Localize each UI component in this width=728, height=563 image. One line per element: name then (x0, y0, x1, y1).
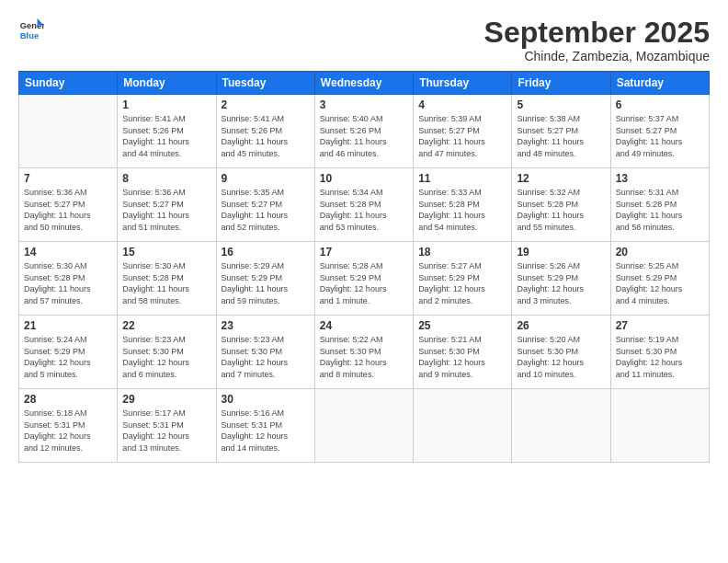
day-number: 29 (122, 393, 210, 406)
day-number: 3 (320, 98, 408, 111)
calendar-cell: 12Sunrise: 5:32 AM Sunset: 5:28 PM Dayli… (512, 168, 610, 242)
weekday-header-saturday: Saturday (610, 72, 709, 95)
day-info: Sunrise: 5:25 AM Sunset: 5:29 PM Dayligh… (616, 260, 704, 306)
day-number: 30 (222, 393, 310, 406)
day-info: Sunrise: 5:30 AM Sunset: 5:28 PM Dayligh… (122, 260, 210, 306)
weekday-header-friday: Friday (512, 72, 610, 95)
calendar-cell: 6Sunrise: 5:37 AM Sunset: 5:27 PM Daylig… (610, 95, 709, 168)
day-info: Sunrise: 5:26 AM Sunset: 5:29 PM Dayligh… (517, 260, 605, 306)
day-number: 10 (320, 172, 408, 185)
day-number: 15 (122, 246, 210, 259)
calendar-cell: 13Sunrise: 5:31 AM Sunset: 5:28 PM Dayli… (610, 168, 709, 242)
day-number: 1 (122, 98, 210, 111)
calendar-table: SundayMondayTuesdayWednesdayThursdayFrid… (18, 71, 710, 463)
header: General Blue September 2025 Chinde, Zamb… (18, 17, 710, 63)
day-number: 11 (418, 172, 506, 185)
calendar-cell: 20Sunrise: 5:25 AM Sunset: 5:29 PM Dayli… (610, 242, 709, 316)
day-number: 25 (418, 319, 506, 332)
day-info: Sunrise: 5:21 AM Sunset: 5:30 PM Dayligh… (418, 334, 506, 380)
title-block: September 2025 Chinde, Zambezia, Mozambi… (484, 17, 710, 63)
weekday-header-thursday: Thursday (414, 72, 512, 95)
calendar-cell (19, 95, 118, 168)
day-number: 12 (517, 172, 605, 185)
day-number: 4 (418, 98, 506, 111)
calendar-cell: 1Sunrise: 5:41 AM Sunset: 5:26 PM Daylig… (118, 95, 216, 168)
day-info: Sunrise: 5:27 AM Sunset: 5:29 PM Dayligh… (418, 260, 506, 306)
calendar-cell: 17Sunrise: 5:28 AM Sunset: 5:29 PM Dayli… (314, 242, 413, 316)
day-info: Sunrise: 5:39 AM Sunset: 5:27 PM Dayligh… (418, 113, 506, 159)
calendar-cell: 14Sunrise: 5:30 AM Sunset: 5:28 PM Dayli… (19, 242, 118, 316)
day-info: Sunrise: 5:23 AM Sunset: 5:30 PM Dayligh… (122, 334, 210, 380)
calendar-cell (512, 389, 610, 463)
week-row-4: 21Sunrise: 5:24 AM Sunset: 5:29 PM Dayli… (19, 316, 710, 389)
calendar-cell: 23Sunrise: 5:23 AM Sunset: 5:30 PM Dayli… (216, 316, 314, 389)
day-info: Sunrise: 5:16 AM Sunset: 5:31 PM Dayligh… (222, 408, 310, 454)
day-number: 16 (222, 246, 310, 259)
day-info: Sunrise: 5:32 AM Sunset: 5:28 PM Dayligh… (517, 187, 605, 233)
day-number: 19 (517, 246, 605, 259)
weekday-header-sunday: Sunday (19, 72, 118, 95)
day-info: Sunrise: 5:37 AM Sunset: 5:27 PM Dayligh… (616, 113, 704, 159)
calendar-cell (314, 389, 413, 463)
calendar-cell: 28Sunrise: 5:18 AM Sunset: 5:31 PM Dayli… (19, 389, 118, 463)
weekday-header-tuesday: Tuesday (216, 72, 314, 95)
day-number: 8 (122, 172, 210, 185)
calendar-cell: 5Sunrise: 5:38 AM Sunset: 5:27 PM Daylig… (512, 95, 610, 168)
week-row-2: 7Sunrise: 5:36 AM Sunset: 5:27 PM Daylig… (19, 168, 710, 242)
day-number: 20 (616, 246, 704, 259)
calendar-cell: 2Sunrise: 5:41 AM Sunset: 5:26 PM Daylig… (216, 95, 314, 168)
day-info: Sunrise: 5:30 AM Sunset: 5:28 PM Dayligh… (24, 260, 112, 306)
weekday-header-monday: Monday (118, 72, 216, 95)
day-info: Sunrise: 5:41 AM Sunset: 5:26 PM Dayligh… (222, 113, 310, 159)
day-number: 22 (122, 319, 210, 332)
day-number: 28 (24, 393, 112, 406)
calendar-cell: 24Sunrise: 5:22 AM Sunset: 5:30 PM Dayli… (314, 316, 413, 389)
day-number: 26 (517, 319, 605, 332)
calendar-cell: 30Sunrise: 5:16 AM Sunset: 5:31 PM Dayli… (216, 389, 314, 463)
day-number: 24 (320, 319, 408, 332)
week-row-5: 28Sunrise: 5:18 AM Sunset: 5:31 PM Dayli… (19, 389, 710, 463)
calendar-cell: 16Sunrise: 5:29 AM Sunset: 5:29 PM Dayli… (216, 242, 314, 316)
day-info: Sunrise: 5:36 AM Sunset: 5:27 PM Dayligh… (24, 187, 112, 233)
page: General Blue September 2025 Chinde, Zamb… (0, 0, 728, 563)
day-info: Sunrise: 5:24 AM Sunset: 5:29 PM Dayligh… (24, 334, 112, 380)
calendar-cell: 3Sunrise: 5:40 AM Sunset: 5:26 PM Daylig… (314, 95, 413, 168)
day-info: Sunrise: 5:22 AM Sunset: 5:30 PM Dayligh… (320, 334, 408, 380)
day-number: 21 (24, 319, 112, 332)
day-info: Sunrise: 5:18 AM Sunset: 5:31 PM Dayligh… (24, 408, 112, 454)
day-info: Sunrise: 5:31 AM Sunset: 5:28 PM Dayligh… (616, 187, 704, 233)
logo-icon: General Blue (18, 17, 44, 42)
day-info: Sunrise: 5:23 AM Sunset: 5:30 PM Dayligh… (222, 334, 310, 380)
day-info: Sunrise: 5:36 AM Sunset: 5:27 PM Dayligh… (122, 187, 210, 233)
day-info: Sunrise: 5:17 AM Sunset: 5:31 PM Dayligh… (122, 408, 210, 454)
calendar-cell: 19Sunrise: 5:26 AM Sunset: 5:29 PM Dayli… (512, 242, 610, 316)
weekday-header-wednesday: Wednesday (314, 72, 413, 95)
calendar-cell: 4Sunrise: 5:39 AM Sunset: 5:27 PM Daylig… (414, 95, 512, 168)
week-row-3: 14Sunrise: 5:30 AM Sunset: 5:28 PM Dayli… (19, 242, 710, 316)
calendar-cell: 25Sunrise: 5:21 AM Sunset: 5:30 PM Dayli… (414, 316, 512, 389)
day-info: Sunrise: 5:38 AM Sunset: 5:27 PM Dayligh… (517, 113, 605, 159)
day-info: Sunrise: 5:29 AM Sunset: 5:29 PM Dayligh… (222, 260, 310, 306)
day-info: Sunrise: 5:19 AM Sunset: 5:30 PM Dayligh… (616, 334, 704, 380)
calendar-cell: 18Sunrise: 5:27 AM Sunset: 5:29 PM Dayli… (414, 242, 512, 316)
day-info: Sunrise: 5:35 AM Sunset: 5:27 PM Dayligh… (222, 187, 310, 233)
day-number: 14 (24, 246, 112, 259)
day-info: Sunrise: 5:40 AM Sunset: 5:26 PM Dayligh… (320, 113, 408, 159)
location-subtitle: Chinde, Zambezia, Mozambique (484, 49, 710, 63)
calendar-cell (610, 389, 709, 463)
day-number: 18 (418, 246, 506, 259)
calendar-cell: 15Sunrise: 5:30 AM Sunset: 5:28 PM Dayli… (118, 242, 216, 316)
logo: General Blue (18, 17, 44, 42)
calendar-cell: 7Sunrise: 5:36 AM Sunset: 5:27 PM Daylig… (19, 168, 118, 242)
weekday-header-row: SundayMondayTuesdayWednesdayThursdayFrid… (19, 72, 710, 95)
calendar-cell: 26Sunrise: 5:20 AM Sunset: 5:30 PM Dayli… (512, 316, 610, 389)
calendar-cell: 22Sunrise: 5:23 AM Sunset: 5:30 PM Dayli… (118, 316, 216, 389)
day-number: 27 (616, 319, 704, 332)
calendar-cell (414, 389, 512, 463)
svg-text:Blue: Blue (20, 31, 39, 40)
day-number: 13 (616, 172, 704, 185)
day-info: Sunrise: 5:28 AM Sunset: 5:29 PM Dayligh… (320, 260, 408, 306)
day-number: 9 (222, 172, 310, 185)
calendar-cell: 10Sunrise: 5:34 AM Sunset: 5:28 PM Dayli… (314, 168, 413, 242)
day-number: 6 (616, 98, 704, 111)
